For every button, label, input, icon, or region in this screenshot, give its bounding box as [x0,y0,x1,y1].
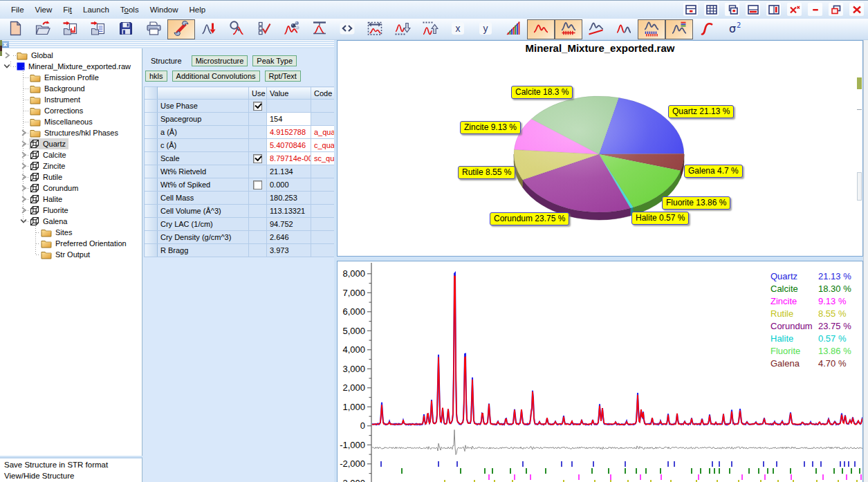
param-code[interactable] [311,205,335,218]
tree-item-fluorite[interactable]: Fluorite [0,205,142,216]
new-document-button[interactable] [1,19,29,39]
param-button-additional-convolutions[interactable]: Additional Convolutions [172,71,260,82]
row-selector[interactable] [145,192,158,205]
sigmoid-button[interactable] [693,19,721,39]
tree-item-label[interactable]: Instrument [43,95,82,104]
param-value[interactable]: 154 [267,113,311,126]
param-code[interactable] [311,165,335,178]
panel-layout-icon[interactable] [683,3,698,16]
checkbox-checked-icon[interactable] [253,154,262,163]
tree-item-mineral-mixture-exported-raw[interactable]: Mineral_Mixture_exported.raw [0,61,142,72]
tree-item-content[interactable]: Miscellaneous [29,116,95,127]
param-code[interactable] [311,192,335,205]
tree-item-content[interactable]: Fluorite [29,205,71,216]
tree-item-label[interactable]: Str Output [54,250,91,259]
tree-item-content[interactable]: Corrections [29,105,86,116]
save-button[interactable] [112,19,140,39]
param-button-microstructure[interactable]: Microstructure [192,55,248,66]
tree-item-label[interactable]: Miscellaneous [43,118,94,126]
param-value[interactable]: 0.000 [267,178,311,192]
tree-item-content[interactable]: Zincite [29,160,68,172]
menu-fit[interactable]: Fit [57,3,77,17]
close-icon[interactable] [849,3,864,16]
tree-item-content[interactable]: Quartz [29,138,68,149]
tree-item-content[interactable]: Mineral_Mixture_exported.raw [16,62,133,71]
cascade-windows-icon[interactable] [725,3,739,16]
tree-item-instrument[interactable]: Instrument [0,94,142,105]
checkbox-unchecked-icon[interactable] [253,180,262,189]
tree-item-corrections[interactable]: Corrections [0,105,142,116]
tree-item-content[interactable]: Rutile [29,172,65,183]
tree-item-content[interactable]: Sites [40,227,75,238]
tree-item-content[interactable]: Preferred Orientation [40,238,129,249]
split-horizontal-icon[interactable] [746,3,760,16]
row-selector[interactable] [145,244,158,257]
gutter-thumb[interactable] [857,172,862,201]
row-selector[interactable] [145,113,158,126]
pie-label-galena[interactable]: Galena 4.7 % [684,165,743,178]
tree-item-label[interactable]: Fluorite [41,206,70,214]
peak-limits-button[interactable] [306,19,333,39]
fit-wrench-button[interactable] [167,19,195,39]
tree-item-label[interactable]: Corundum [41,184,80,192]
tree-item-label[interactable]: Rutile [41,173,64,181]
tree-item-label[interactable]: Emission Profile [43,73,100,82]
row-selector[interactable] [145,178,158,192]
tree-item-sites[interactable]: Sites [0,227,142,238]
tree-item-label[interactable]: Sites [54,228,73,237]
tree-item-label[interactable]: Quartz [41,140,67,148]
param-code[interactable] [311,244,335,257]
param-code[interactable] [311,218,335,231]
tree-item-halite[interactable]: Halite [0,194,142,205]
menu-launch[interactable]: Launch [77,3,115,17]
tree-item-content[interactable]: Calcite [29,149,69,160]
chart-scrollbar-gutter[interactable] [863,40,868,482]
show-scan-button[interactable] [527,19,555,39]
param-code[interactable]: c_qua [311,139,335,152]
row-selector[interactable] [145,165,158,178]
menu-tools[interactable]: Tools [115,3,145,17]
show-phase-ticks-button[interactable] [638,19,665,39]
param-code[interactable]: sc_qu [311,152,335,165]
code-editor-button[interactable] [333,19,361,39]
dock-close-icon[interactable]: x [1,41,9,48]
menu-window[interactable]: Window [145,3,184,17]
tree-item-miscellaneous[interactable]: Miscellaneous [0,116,142,127]
row-selector[interactable] [145,126,158,139]
zoom-range-button[interactable] [361,19,389,39]
param-button-rpt-text[interactable]: Rpt/Text [265,71,301,82]
tree-item-quartz[interactable]: Quartz [0,138,142,149]
tree-item-content[interactable]: Instrument [29,94,83,105]
tree-item-label[interactable]: Mineral_Mixture_exported.raw [27,62,132,71]
pie-label-calcite[interactable]: Calcite 18.3 % [511,86,573,99]
stacked-scans-button[interactable] [499,19,527,39]
split-vertical-icon[interactable] [766,3,781,16]
tree-item-label[interactable]: Calcite [41,151,68,159]
tree-item-rutile[interactable]: Rutile [0,172,142,183]
param-value[interactable]: 2.646 [267,231,311,244]
param-value[interactable]: 180.253 [267,192,311,205]
row-selector[interactable] [145,152,158,165]
search-peaks-button[interactable] [223,19,250,39]
tree-item-content[interactable]: Structures/hkl Phases [29,127,121,138]
tree-item-content[interactable]: Background [29,83,88,94]
param-code[interactable]: a_qua [311,126,335,139]
minimize-icon[interactable] [808,3,822,16]
pie-label-quartz[interactable]: Quartz 21.13 % [668,105,734,118]
tree-item-galena[interactable]: Galena [0,216,142,227]
tree-item-label[interactable]: Background [43,84,86,93]
tree-item-content[interactable]: Global [16,50,56,61]
param-value[interactable]: 8.79714e-00 [267,152,311,165]
tree-item-content[interactable]: Emission Profile [29,72,102,83]
param-value[interactable]: 21.134 [267,165,311,178]
insert-peak-button[interactable] [195,19,223,39]
y-axis-button[interactable]: y [472,19,499,39]
param-value[interactable]: 5.4070846 [267,139,311,152]
tree-item-structures-hkl-phases[interactable]: Structures/hkl Phases [0,127,142,138]
tree-item-label[interactable]: Zincite [41,162,66,170]
sigma-squared-button[interactable]: σ2 [721,19,748,39]
x-axis-button[interactable]: x [444,19,472,39]
close-all-icon[interactable] [787,3,802,16]
tree-item-label[interactable]: Global [30,51,55,59]
param-value[interactable] [267,100,311,113]
